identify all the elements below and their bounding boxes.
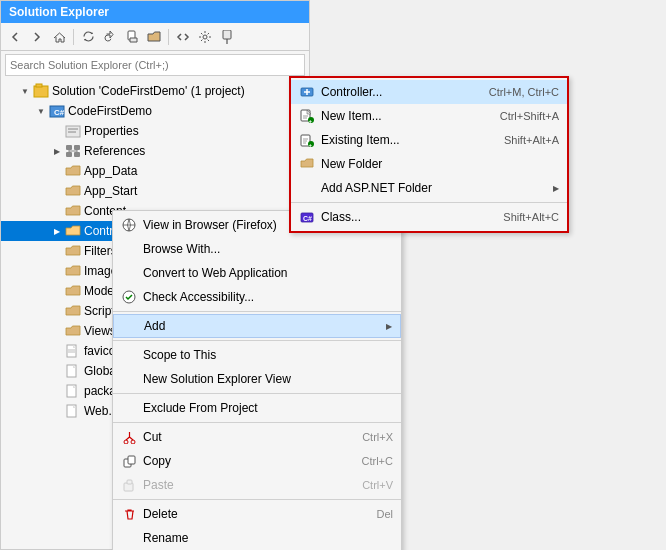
new-explorer-icon	[121, 371, 137, 387]
convert-icon	[121, 265, 137, 281]
submenu-label-new-folder: New Folder	[321, 157, 382, 171]
shortcut-new-item: Ctrl+Shift+A	[500, 110, 559, 122]
svg-text:C#: C#	[54, 108, 65, 117]
menu-item-paste[interactable]: Paste Ctrl+V	[113, 473, 401, 497]
menu-item-copy[interactable]: Copy Ctrl+C	[113, 449, 401, 473]
submenu-label-class: Class...	[321, 210, 361, 224]
submenu-item-asp-folder[interactable]: Add ASP.NET Folder	[291, 176, 567, 200]
context-menu: View in Browser (Firefox) Browse With...…	[112, 210, 402, 550]
submenu-item-new-folder[interactable]: New Folder	[291, 152, 567, 176]
tree-item-references[interactable]: ▶ References	[1, 141, 309, 161]
menu-sep-2	[113, 340, 401, 341]
paste-icon	[121, 477, 137, 493]
menu-item-rename[interactable]: Rename	[113, 526, 401, 550]
menu-item-scope[interactable]: Scope to This	[113, 343, 401, 367]
code-button[interactable]	[173, 27, 193, 47]
shortcut-existing-item: Shift+Alt+A	[504, 134, 559, 146]
folder-icon-appstart	[65, 183, 81, 199]
folder-icon-scripts	[65, 303, 81, 319]
svg-rect-4	[34, 86, 48, 97]
toolbar-sep-1	[73, 29, 74, 45]
tree-label-solution: Solution 'CodeFirstDemo' (1 project)	[52, 84, 245, 98]
submenu-label-controller: Controller...	[321, 85, 382, 99]
tree-item-app-start[interactable]: App_Start	[1, 181, 309, 201]
menu-sep-1	[113, 311, 401, 312]
browser-icon	[121, 217, 137, 233]
delete-icon	[121, 506, 137, 522]
svg-point-1	[203, 35, 207, 39]
submenu-item-new-item[interactable]: + New Item... Ctrl+Shift+A	[291, 104, 567, 128]
menu-sep-4	[113, 422, 401, 423]
toolbar	[1, 23, 309, 51]
tree-label-app-data: App_Data	[84, 164, 137, 178]
home-button[interactable]	[49, 27, 69, 47]
submenu-label-new-item: New Item...	[321, 109, 382, 123]
menu-label-view-browser: View in Browser (Firefox)	[143, 218, 277, 232]
folder-icon-content	[65, 203, 81, 219]
settings-button[interactable]	[195, 27, 215, 47]
menu-label-convert-web: Convert to Web Application	[143, 266, 288, 280]
search-box[interactable]	[5, 54, 305, 76]
svg-rect-13	[66, 152, 72, 157]
title-label: Solution Explorer	[9, 5, 109, 19]
cut-icon	[121, 429, 137, 445]
tree-item-app-data[interactable]: App_Data	[1, 161, 309, 181]
submenu-item-existing-item[interactable]: + Existing Item... Shift+Alt+A	[291, 128, 567, 152]
menu-label-cut: Cut	[143, 430, 162, 444]
arr-controllers: ▶	[49, 227, 65, 236]
properties-icon	[65, 123, 81, 139]
menu-item-delete[interactable]: Delete Del	[113, 502, 401, 526]
back-button[interactable]	[5, 27, 25, 47]
menu-item-browse-with[interactable]: Browse With...	[113, 237, 401, 261]
menu-label-add: Add	[144, 319, 165, 333]
tree-item-project[interactable]: ▼ C# CodeFirstDemo	[1, 101, 309, 121]
file-icon-global	[65, 363, 81, 379]
forward-button[interactable]	[27, 27, 47, 47]
svg-rect-30	[128, 456, 135, 464]
svg-rect-11	[66, 145, 72, 150]
browse-icon	[121, 241, 137, 257]
add-icon	[122, 318, 138, 334]
folder-button[interactable]	[144, 27, 164, 47]
menu-item-cut[interactable]: Cut Ctrl+X	[113, 425, 401, 449]
svg-point-28	[131, 440, 135, 444]
submenu-item-class[interactable]: C# Class... Shift+Alt+C	[291, 205, 567, 229]
shortcut-copy: Ctrl+C	[362, 455, 393, 467]
file-icon-packages	[65, 383, 81, 399]
controller-icon	[299, 84, 315, 100]
submenu-item-controller[interactable]: Controller... Ctrl+M, Ctrl+C	[291, 80, 567, 104]
file-icon-favicon	[65, 343, 81, 359]
menu-item-new-explorer-view[interactable]: New Solution Explorer View	[113, 367, 401, 391]
menu-item-exclude[interactable]: Exclude From Project	[113, 396, 401, 420]
shortcut-cut: Ctrl+X	[362, 431, 393, 443]
references-icon	[65, 143, 81, 159]
search-input[interactable]	[10, 59, 300, 71]
menu-label-rename: Rename	[143, 531, 188, 545]
svg-text:+: +	[309, 118, 313, 123]
sync-button[interactable]	[78, 27, 98, 47]
menu-label-scope: Scope to This	[143, 348, 216, 362]
menu-label-paste: Paste	[143, 478, 174, 492]
new-folder-icon	[299, 156, 315, 172]
menu-label-delete: Delete	[143, 507, 178, 521]
menu-item-add[interactable]: Add	[113, 314, 401, 338]
menu-item-convert-web[interactable]: Convert to Web Application	[113, 261, 401, 285]
project-icon: C#	[49, 103, 65, 119]
menu-item-check-access[interactable]: Check Accessibility...	[113, 285, 401, 309]
submenu-add: Controller... Ctrl+M, Ctrl+C + New Item.…	[289, 76, 569, 233]
menu-label-check-access: Check Accessibility...	[143, 290, 254, 304]
shortcut-class: Shift+Alt+C	[503, 211, 559, 223]
tree-item-solution[interactable]: ▼ Solution 'CodeFirstDemo' (1 project)	[1, 81, 309, 101]
submenu-sep	[291, 202, 567, 203]
tree-label-properties: Properties	[84, 124, 139, 138]
menu-label-exclude: Exclude From Project	[143, 401, 258, 415]
submenu-label-asp-folder: Add ASP.NET Folder	[321, 181, 432, 195]
arrow-solution: ▼	[17, 87, 33, 96]
folder-icon-images	[65, 263, 81, 279]
shortcut-delete: Del	[376, 508, 393, 520]
asp-folder-icon	[299, 180, 315, 196]
tree-item-properties[interactable]: Properties	[1, 121, 309, 141]
pin-button[interactable]	[217, 27, 237, 47]
doc-button[interactable]	[122, 27, 142, 47]
refresh-button[interactable]	[100, 27, 120, 47]
